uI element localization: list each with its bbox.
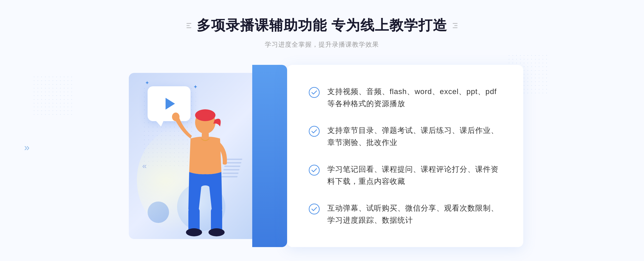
sparkle-1: ✦ bbox=[145, 80, 149, 86]
feature-item-3: 学习笔记回看、课程提问、课程评论打分、课件资料下载，重点内容收藏 bbox=[309, 163, 502, 188]
arrow-deco: « bbox=[142, 161, 147, 170]
person-illustration bbox=[158, 108, 250, 247]
check-icon-4 bbox=[309, 203, 320, 215]
svg-point-10 bbox=[309, 165, 319, 175]
feature-item-2: 支持章节目录、弹题考试、课后练习、课后作业、章节测验、批改作业 bbox=[309, 125, 502, 149]
svg-point-8 bbox=[309, 87, 319, 98]
title-deco-left bbox=[186, 23, 191, 28]
page-container: » 多项录播课辅助功能 专为线上教学打造 学习进度全掌握，提升录播课教学效果 bbox=[0, 0, 644, 261]
feature-item-4: 互动弹幕、试听购买、微信分享、观看次数限制、学习进度跟踪、数据统计 bbox=[309, 202, 502, 226]
svg-point-6 bbox=[186, 228, 202, 236]
feature-text-2: 支持章节目录、弹题考试、课后练习、课后作业、章节测验、批改作业 bbox=[327, 125, 502, 149]
title-deco-right bbox=[453, 23, 458, 28]
svg-point-11 bbox=[309, 204, 319, 214]
dots-decoration-left bbox=[32, 75, 75, 118]
chevron-decoration: » bbox=[24, 142, 30, 153]
svg-point-7 bbox=[208, 228, 225, 236]
check-icon-3 bbox=[309, 165, 320, 176]
left-illustration: « ✦ ✦ bbox=[121, 65, 287, 247]
title-row: 多项录播课辅助功能 专为线上教学打造 bbox=[186, 16, 458, 35]
sparkle-2: ✦ bbox=[193, 84, 198, 90]
illus-blue-card bbox=[252, 65, 287, 247]
check-icon-2 bbox=[309, 126, 320, 137]
content-area: « ✦ ✦ bbox=[121, 65, 523, 247]
subtitle: 学习进度全掌握，提升录播课教学效果 bbox=[186, 40, 458, 49]
feature-text-3: 学习笔记回看、课程提问、课程评论打分、课件资料下载，重点内容收藏 bbox=[327, 163, 502, 188]
svg-point-3 bbox=[172, 113, 180, 121]
feature-item-1: 支持视频、音频、flash、word、excel、ppt、pdf等各种格式的资源… bbox=[309, 86, 502, 110]
feature-text-1: 支持视频、音频、flash、word、excel、ppt、pdf等各种格式的资源… bbox=[327, 86, 502, 110]
svg-point-1 bbox=[195, 109, 215, 121]
check-icon-1 bbox=[309, 87, 320, 98]
header-section: 多项录播课辅助功能 专为线上教学打造 学习进度全掌握，提升录播课教学效果 bbox=[186, 16, 458, 49]
right-panel: 支持视频、音频、flash、word、excel、ppt、pdf等各种格式的资源… bbox=[287, 65, 523, 247]
svg-point-9 bbox=[309, 126, 319, 136]
feature-text-4: 互动弹幕、试听购买、微信分享、观看次数限制、学习进度跟踪、数据统计 bbox=[327, 202, 502, 226]
main-title: 多项录播课辅助功能 专为线上教学打造 bbox=[197, 16, 447, 35]
